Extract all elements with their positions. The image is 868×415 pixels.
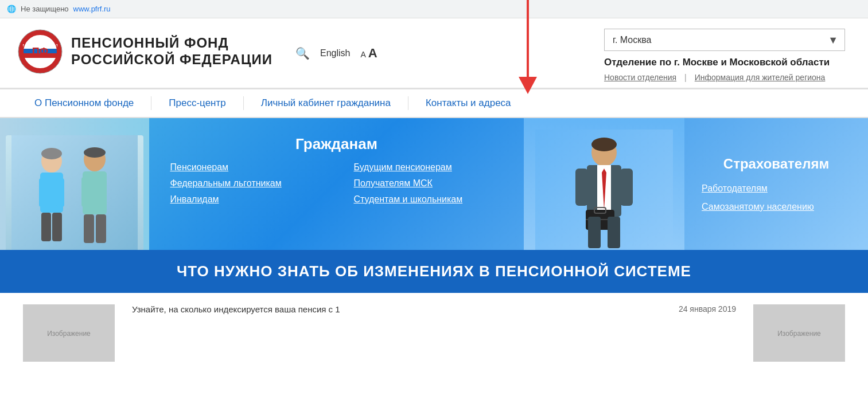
nav-press[interactable]: Пресс-центр	[151, 89, 243, 117]
article-thumbnail-right: Изображение	[753, 304, 845, 362]
hero-section: Гражданам Пенсионерам Будущим пенсионера…	[0, 118, 868, 250]
nav-cabinet[interactable]: Личный кабинет гражданина	[244, 89, 408, 117]
article-content: Узнайте, на сколько индексируется ваша п…	[132, 304, 661, 362]
region-select-wrapper: г. Москва ▼	[604, 29, 845, 51]
svg-rect-15	[41, 213, 51, 241]
svg-text:Изображение: Изображение	[777, 330, 821, 338]
hero-employers-link[interactable]: Работодателям	[702, 183, 851, 194]
font-small-btn[interactable]: A	[360, 50, 365, 59]
svg-rect-30	[575, 169, 588, 206]
header-controls: 🔍 English A A	[295, 46, 377, 61]
svg-rect-31	[620, 169, 633, 206]
logo-text: ПЕНСИОННЫЙ ФОНД РОССИЙСКОЙ ФЕДЕРАЦИИ	[71, 35, 273, 68]
svg-text:ПФ: ПФ	[32, 46, 48, 57]
logo-line1: ПЕНСИОННЫЙ ФОНД	[71, 35, 273, 52]
site-header: ПФ ПЕНСИОННЫЙ ФОНД РОССИЙСКОЙ ФЕДЕРАЦИИ …	[0, 18, 868, 88]
hero-people-image	[0, 118, 149, 250]
bottom-section: Изображение Узнайте, на сколько индексир…	[0, 293, 868, 373]
link-separator: |	[684, 73, 687, 82]
article-thumbnail-left: Изображение	[23, 304, 115, 362]
svg-rect-13	[39, 178, 47, 207]
globe-icon: 🌐	[7, 5, 16, 13]
residents-link[interactable]: Информация для жителей региона	[695, 73, 826, 82]
region-section: г. Москва ▼ Отделение по г. Москве и Мос…	[604, 29, 845, 82]
svg-rect-19	[81, 177, 90, 207]
svg-rect-10	[11, 135, 138, 250]
hero-link-pensioners[interactable]: Пенсионерам	[170, 162, 320, 173]
hero-content: Гражданам Пенсионерам Будущим пенсионера…	[149, 118, 524, 250]
font-size-controls: A A	[360, 46, 377, 61]
search-icon: 🔍	[295, 47, 310, 60]
font-large-btn[interactable]: A	[368, 46, 377, 61]
svg-rect-35	[588, 217, 601, 248]
region-select[interactable]: г. Москва	[604, 29, 845, 51]
svg-rect-16	[52, 213, 62, 241]
hero-insurers-section: Страхователям Работодателям Самозанятому…	[684, 118, 868, 250]
news-link[interactable]: Новости отделения	[604, 73, 676, 82]
nav-about[interactable]: О Пенсионном фонде	[17, 89, 151, 117]
hero-insurers-title: Страхователям	[702, 156, 851, 172]
url-link[interactable]: www.pfrf.ru	[73, 5, 111, 13]
svg-point-37	[591, 138, 617, 151]
hero-link-students[interactable]: Студентам и школьникам	[354, 194, 503, 205]
not-secure-label: Не защищено	[21, 5, 69, 13]
nav-contacts[interactable]: Контакты и адреса	[408, 89, 528, 117]
article-text: Узнайте, на сколько индексируется ваша п…	[132, 304, 661, 314]
region-links: Новости отделения | Информация для жител…	[604, 73, 845, 82]
region-full-name: Отделение по г. Москве и Московской обла…	[604, 57, 845, 68]
hero-links-grid: Пенсионерам Будущим пенсионерам Федераль…	[170, 162, 503, 205]
banner-text: ЧТО НУЖНО ЗНАТЬ ОБ ИЗМЕНЕНИЯХ В ПЕНСИОНН…	[23, 263, 845, 280]
hero-link-future-pensioners[interactable]: Будущим пенсионерам	[354, 162, 503, 173]
svg-point-23	[41, 148, 62, 159]
hero-person-image	[524, 118, 684, 250]
main-nav: О Пенсионном фонде Пресс-центр Личный ка…	[0, 88, 868, 118]
hero-link-msk[interactable]: Получателям МСК	[354, 178, 503, 189]
hero-link-льготники[interactable]: Федеральным льготникам	[170, 178, 320, 189]
browser-bar: 🌐 Не защищено www.pfrf.ru	[0, 0, 868, 18]
svg-point-24	[84, 147, 106, 158]
svg-text:Изображение: Изображение	[47, 330, 91, 338]
hero-citizens-title: Гражданам	[295, 135, 377, 153]
svg-rect-14	[56, 178, 64, 207]
search-button[interactable]: 🔍	[295, 46, 310, 60]
hero-selfemployed-link[interactable]: Самозанятому населению	[702, 202, 851, 212]
article-date: 24 января 2019	[679, 304, 736, 362]
svg-rect-36	[608, 217, 620, 248]
svg-rect-20	[97, 177, 106, 207]
banner-section: ЧТО НУЖНО ЗНАТЬ ОБ ИЗМЕНЕНИЯХ В ПЕНСИОНН…	[0, 250, 868, 293]
english-link[interactable]: English	[320, 48, 350, 58]
hero-link-invalids[interactable]: Инвалидам	[170, 194, 320, 205]
logo-line2: РОССИЙСКОЙ ФЕДЕРАЦИИ	[71, 52, 273, 68]
people-silhouette	[6, 135, 143, 250]
svg-rect-22	[96, 214, 106, 243]
svg-rect-21	[84, 214, 94, 243]
logo-section: ПФ ПЕНСИОННЫЙ ФОНД РОССИЙСКОЙ ФЕДЕРАЦИИ	[17, 29, 273, 75]
logo-emblem: ПФ	[17, 29, 63, 75]
